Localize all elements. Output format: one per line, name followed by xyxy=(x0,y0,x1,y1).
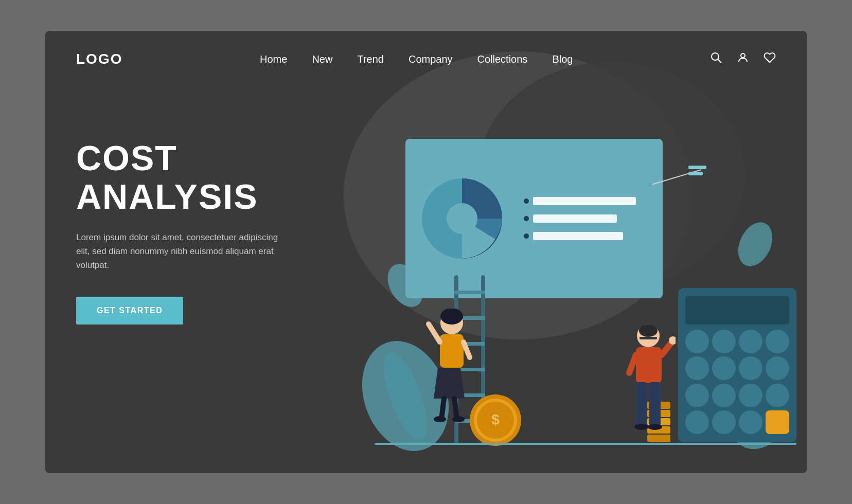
hero-left: COST ANALYSIS Lorem ipsum dolor sit amet… xyxy=(76,108,333,325)
svg-point-2 xyxy=(712,53,719,60)
illustration: $ xyxy=(344,113,807,473)
calculator-buttons xyxy=(685,330,789,434)
svg-text:$: $ xyxy=(491,411,500,427)
svg-point-53 xyxy=(634,424,649,430)
svg-marker-37 xyxy=(434,368,465,399)
nav-item-collections[interactable]: Collections xyxy=(477,53,528,65)
nav-links: Home New Trend Company Collections Blog xyxy=(260,53,573,65)
svg-line-51 xyxy=(629,355,636,373)
pie-chart xyxy=(416,172,508,265)
svg-line-3 xyxy=(718,60,722,63)
pointer-line xyxy=(640,165,706,206)
legend-item-1 xyxy=(524,197,652,205)
svg-rect-47 xyxy=(636,347,662,383)
calc-button xyxy=(766,356,789,380)
svg-rect-19 xyxy=(454,291,485,294)
nav-link-blog[interactable]: Blog xyxy=(552,53,573,65)
legend-dot-2 xyxy=(524,216,529,221)
hero-description: Lorem ipsum dolor sit amet, consectetuer… xyxy=(76,230,292,273)
svg-line-40 xyxy=(441,399,444,419)
svg-line-39 xyxy=(464,342,470,357)
calc-button xyxy=(712,384,736,407)
svg-point-10 xyxy=(735,217,776,267)
svg-rect-48 xyxy=(636,382,647,426)
dashboard-board xyxy=(405,139,663,298)
legend-item-3 xyxy=(524,232,652,240)
calc-button xyxy=(766,330,789,353)
figure-man xyxy=(622,321,676,445)
logo: LOGO xyxy=(76,51,122,67)
navbar: LOGO Home New Trend Company Collections … xyxy=(45,31,807,87)
calc-button xyxy=(739,410,762,434)
nav-item-new[interactable]: New xyxy=(312,53,332,65)
svg-point-35 xyxy=(440,309,463,325)
figure-woman xyxy=(423,309,475,422)
svg-rect-16 xyxy=(688,172,703,175)
calc-button xyxy=(739,384,762,407)
svg-point-4 xyxy=(741,53,745,58)
nav-item-trend[interactable]: Trend xyxy=(357,53,384,65)
svg-rect-15 xyxy=(688,166,706,169)
calc-button xyxy=(712,330,736,353)
search-icon[interactable] xyxy=(710,51,722,67)
calc-button xyxy=(685,384,709,407)
svg-rect-46 xyxy=(640,337,657,339)
legend-bar-3 xyxy=(533,232,623,240)
chart-legend xyxy=(519,197,652,240)
calc-button xyxy=(766,384,789,407)
legend-dot-3 xyxy=(524,233,529,239)
svg-point-14 xyxy=(647,183,652,188)
calc-button xyxy=(739,330,762,353)
calc-button xyxy=(712,356,736,380)
nav-link-new[interactable]: New xyxy=(312,53,332,65)
gold-coin: $ xyxy=(467,392,524,448)
calculator-screen xyxy=(685,296,789,325)
svg-rect-36 xyxy=(440,334,464,368)
nav-link-home[interactable]: Home xyxy=(260,53,287,65)
svg-rect-49 xyxy=(649,382,661,426)
calc-button xyxy=(685,410,709,434)
calc-button xyxy=(685,356,709,380)
svg-point-12 xyxy=(447,203,477,234)
calc-button xyxy=(739,356,762,380)
heart-icon[interactable] xyxy=(764,51,776,67)
nav-link-company[interactable]: Company xyxy=(409,53,453,65)
page-wrapper: LOGO Home New Trend Company Collections … xyxy=(45,31,807,473)
svg-point-54 xyxy=(648,424,662,430)
nav-link-collections[interactable]: Collections xyxy=(477,53,528,65)
floor-line xyxy=(375,443,796,445)
svg-line-38 xyxy=(429,324,440,342)
svg-line-50 xyxy=(662,342,672,355)
legend-bar-1 xyxy=(533,197,636,205)
svg-point-45 xyxy=(639,325,658,337)
get-started-button[interactable]: GET STARTED xyxy=(76,297,183,325)
nav-item-blog[interactable]: Blog xyxy=(552,53,573,65)
svg-line-41 xyxy=(454,399,457,419)
hero-section: COST ANALYSIS Lorem ipsum dolor sit amet… xyxy=(45,87,807,473)
calc-button xyxy=(712,410,736,434)
calculator xyxy=(678,288,796,442)
nav-icons xyxy=(710,51,776,67)
page-title: COST ANALYSIS xyxy=(76,139,333,216)
legend-item-2 xyxy=(524,214,652,223)
user-icon[interactable] xyxy=(737,51,749,67)
legend-bar-2 xyxy=(533,214,617,223)
calc-button xyxy=(685,330,709,353)
nav-item-company[interactable]: Company xyxy=(409,53,453,65)
nav-item-home[interactable]: Home xyxy=(260,53,287,65)
legend-dot-1 xyxy=(524,199,529,204)
calc-button-enter xyxy=(766,410,789,434)
nav-link-trend[interactable]: Trend xyxy=(357,53,384,65)
leaf-small-right xyxy=(735,216,776,267)
